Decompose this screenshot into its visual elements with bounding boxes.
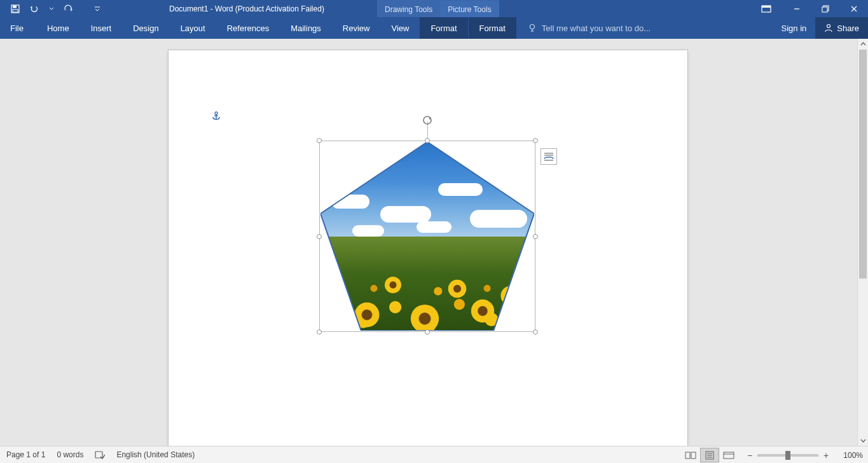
lightbulb-icon [528,24,537,32]
minimize-button[interactable] [782,0,811,17]
share-label: Share [837,24,859,33]
tab-mailings[interactable]: Mailings [280,17,332,39]
tab-view[interactable]: View [380,17,420,39]
share-person-icon [824,24,833,32]
resize-handle-br[interactable] [533,329,538,335]
status-page[interactable]: Page 1 of 1 [6,450,45,459]
view-print-layout[interactable] [700,448,719,462]
rotation-handle[interactable] [421,114,434,127]
title-bar: Document1 - Word (Product Activation Fai… [0,0,868,17]
tab-file[interactable]: File [0,17,34,39]
svg-point-15 [215,112,217,114]
share-button[interactable]: Share [815,17,868,39]
undo-dropdown-icon[interactable] [48,6,55,12]
resize-handle-tr[interactable] [533,138,538,143]
svg-point-14 [827,25,830,28]
object-anchor-icon [212,111,221,124]
redo-icon[interactable] [64,4,74,14]
status-bar: Page 1 of 1 0 words English (United Stat… [0,446,868,463]
scroll-up-icon[interactable] [858,39,868,50]
tab-home[interactable]: Home [36,17,80,39]
status-language[interactable]: English (United States) [116,450,195,459]
pentagon-outline [320,142,534,331]
zoom-in-button[interactable]: + [820,448,832,462]
document-page[interactable] [169,50,687,446]
view-web-layout[interactable] [719,448,738,462]
undo-icon[interactable] [29,4,39,14]
svg-rect-8 [822,7,827,12]
resize-handle-bl[interactable] [317,329,322,335]
document-title: Document1 - Word (Product Activation Fai… [169,0,324,17]
restore-button[interactable] [811,0,839,17]
svg-rect-30 [724,452,734,459]
svg-marker-19 [320,142,534,331]
zoom-out-button[interactable]: − [743,448,756,462]
resize-handle-l[interactable] [317,234,322,239]
zoom-percent[interactable]: 100% [836,451,863,460]
svg-rect-25 [691,452,696,459]
quick-access-toolbar [0,4,100,14]
tab-design[interactable]: Design [122,17,169,39]
resize-handle-r[interactable] [533,234,538,239]
tab-picture-format[interactable]: Format [469,17,516,39]
vertical-scrollbar[interactable] [857,39,868,446]
layout-options-button[interactable] [541,148,557,165]
tab-review[interactable]: Review [332,17,381,39]
window-controls [782,0,868,17]
tab-drawing-format[interactable]: Format [420,17,467,39]
close-button[interactable] [839,0,868,17]
resize-handle-b[interactable] [425,329,430,335]
save-icon[interactable] [10,4,20,14]
contextual-tabs: Drawing Tools Picture Tools [377,0,499,17]
scroll-down-icon[interactable] [858,435,868,446]
picture-tools-label: Picture Tools [440,0,499,17]
tell-me-placeholder: Tell me what you want to do... [542,24,651,33]
qat-customize-icon[interactable] [94,6,100,12]
zoom-slider[interactable] [757,454,818,457]
layout-options-icon [543,151,555,162]
tell-me-search[interactable]: Tell me what you want to do... [528,17,651,39]
svg-point-11 [530,25,534,29]
svg-rect-24 [685,452,690,459]
svg-rect-2 [13,10,18,12]
resize-handle-tl[interactable] [317,138,322,143]
spelling-status-icon[interactable] [95,450,105,459]
zoom-control: − + 100% [743,448,863,462]
svg-rect-5 [762,6,771,8]
ribbon-tabs: File Home Insert Design Layout Reference… [0,17,868,39]
sign-in-link[interactable]: Sign in [773,17,816,39]
tab-references[interactable]: References [216,17,280,39]
tab-layout[interactable]: Layout [170,17,216,39]
selected-picture-shape[interactable] [319,141,535,332]
view-read-mode[interactable] [681,448,700,462]
scroll-thumb[interactable] [859,50,867,279]
tab-insert[interactable]: Insert [80,17,123,39]
status-words[interactable]: 0 words [57,450,83,459]
zoom-slider-thumb[interactable] [785,451,790,460]
drawing-tools-label: Drawing Tools [377,0,440,17]
document-workspace [0,39,868,446]
ribbon-display-options-icon[interactable] [754,0,779,17]
svg-rect-1 [13,5,17,8]
resize-handle-t[interactable] [425,138,430,143]
